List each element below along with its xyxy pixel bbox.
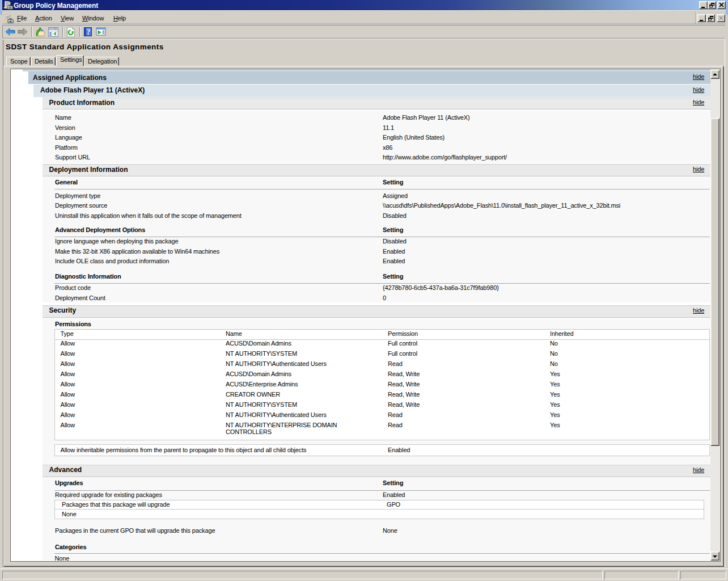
svg-text:?: ? — [87, 28, 91, 36]
